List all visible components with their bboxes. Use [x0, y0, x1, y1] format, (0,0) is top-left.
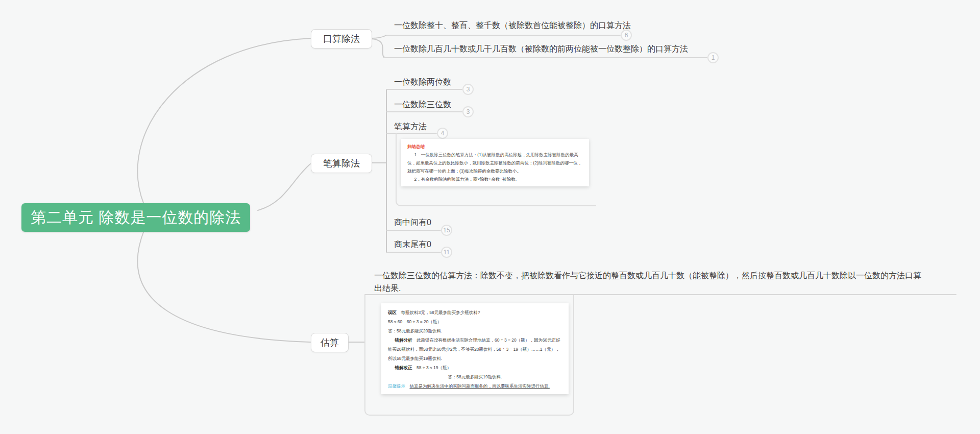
mindmap-canvas: 第二单元 除数是一位数的除法 口算除法 笔算除法 估算 一位数除整十、整百、整千…	[0, 0, 980, 434]
collapse-badge[interactable]: 11	[441, 247, 452, 258]
topic-underline	[386, 89, 462, 90]
branch-label: 笔算除法	[323, 157, 360, 170]
topic-oral-method-2[interactable]: 一位数除几百几十数或几千几百数（被除数的前两位能被一位数整除）的口算方法	[394, 44, 688, 55]
topic-written-method[interactable]: 笔算方法	[394, 122, 427, 132]
note-card-estimation[interactable]: 误区 每瓶饮料3元，58元最多能买多少瓶饮料? 58 ≈ 60 60 ÷ 3 =…	[381, 303, 569, 394]
collapse-badge[interactable]: 3	[462, 84, 474, 95]
topic-estimation-method[interactable]: 一位数除三位数的估算方法：除数不变，把被除数看作与它接近的整百数或几百几十数（能…	[374, 269, 925, 295]
note-line: 1．一位数除三位数的笔算方法：(1)从被除数的高位除起，先用除数去除被除数的最高…	[407, 151, 583, 175]
misconception-label: 误区	[388, 310, 397, 315]
note-line: 答：58元最多能买19瓶饮料.	[388, 372, 562, 381]
branch-label: 口算除法	[323, 33, 360, 45]
topic-quotient-end-zero[interactable]: 商末尾有0	[394, 239, 431, 250]
collapse-badge[interactable]: 15	[441, 225, 452, 236]
collapse-badge[interactable]: 1	[707, 52, 719, 63]
topic-underline	[383, 57, 707, 58]
tip-label: 温馨提示	[388, 383, 405, 389]
analysis-label: 错解分析	[395, 337, 412, 343]
branch-node-written-division[interactable]: 笔算除法	[311, 154, 372, 173]
topic-three-digit-division[interactable]: 一位数除三位数	[394, 100, 451, 110]
correction-label: 错解改正	[395, 365, 412, 370]
collapse-badge[interactable]: 3	[462, 106, 474, 117]
note-line: 错解分析 此题错在没有根据生活实际合理地估算．60 ÷ 3 = 20（瓶），因为…	[388, 335, 562, 363]
root-label: 第二单元 除数是一位数的除法	[31, 207, 241, 228]
collapse-badge[interactable]: 6	[621, 30, 632, 41]
topic-oral-method-1[interactable]: 一位数除整十、整百、整千数（被除数首位能被整除）的口算方法	[394, 20, 631, 31]
topic-underline	[386, 111, 462, 112]
topic-underline	[386, 252, 441, 253]
root-node[interactable]: 第二单元 除数是一位数的除法	[21, 203, 250, 232]
note-line: 误区 每瓶饮料3元，58元最多能买多少瓶饮料?	[388, 308, 562, 317]
note-line: 2．有余数的除法的验算方法：商×除数+余数=被除数.	[407, 175, 583, 183]
topic-quotient-middle-zero[interactable]: 商中间有0	[394, 218, 431, 228]
note-line: 58 ≈ 60 60 ÷ 3 = 20（瓶）	[388, 317, 562, 326]
tip-text: 估算是为解决生活中的实际问题而服务的，所以要联系生活实际进行估算.	[410, 383, 550, 389]
topic-two-digit-division[interactable]: 一位数除两位数	[394, 77, 451, 88]
branch-node-oral-division[interactable]: 口算除法	[311, 29, 372, 49]
branch-node-estimation[interactable]: 估算	[311, 333, 349, 352]
note-line: 答：58元最多能买20瓶饮料.	[388, 326, 562, 335]
note-card-summary[interactable]: 归纳总结 1．一位数除三位数的笔算方法：(1)从被除数的高位除起，先用除数去除被…	[401, 139, 589, 186]
branch-label: 估算	[321, 336, 339, 349]
note-title: 归纳总结	[407, 142, 583, 151]
note-line: 错解改正 58 ÷ 3 ≈ 19（瓶）	[388, 363, 562, 372]
note-line: 温馨提示 估算是为解决生活中的实际问题而服务的，所以要联系生活实际进行估算.	[388, 381, 562, 391]
topic-underline	[386, 35, 621, 36]
topic-underline	[386, 230, 441, 231]
